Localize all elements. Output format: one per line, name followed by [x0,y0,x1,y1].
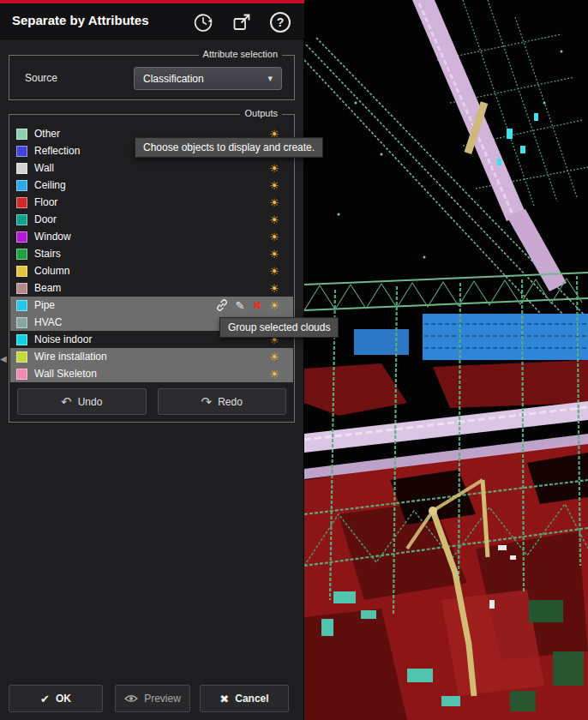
undo-label: Undo [78,396,103,408]
class-label: Column [34,265,69,277]
output-row-floor[interactable]: Floor☀ [10,194,293,211]
group-link-icon[interactable] [216,299,228,311]
class-color-swatch [16,351,27,363]
class-color-swatch [16,369,27,380]
visibility-bulb-icon[interactable]: ☀ [269,249,279,260]
visibility-bulb-icon[interactable]: ☀ [269,369,279,380]
output-row-column[interactable]: Column☀ [10,262,293,279]
class-label: Window [34,231,71,243]
outputs-list: Other☀Reflection☀Wall☀Ceiling☀Floor☀Door… [10,125,293,382]
class-label: Wall [34,162,54,174]
visibility-bulb-icon[interactable]: ☀ [269,163,279,174]
redo-button[interactable]: ↷ Redo [158,388,287,415]
class-color-swatch [16,214,27,225]
output-row-stairs[interactable]: Stairs☀ [10,245,293,262]
reset-button[interactable] [191,10,215,34]
reset-history-icon [193,12,213,33]
cancel-label: Cancel [235,693,268,705]
row-actions: ☀ [269,214,279,225]
attribute-selection-label: Attribute selection [199,49,282,59]
visibility-bulb-icon[interactable]: ☀ [269,214,279,225]
class-label: Beam [34,282,61,294]
row-actions: ☀ [269,249,279,260]
visibility-bulb-icon[interactable]: ☀ [269,180,279,191]
undo-icon: ↶ [61,395,72,408]
output-row-pipe[interactable]: Pipe✎✖☀ [10,297,293,314]
undo-redo-row: ↶ Undo ↷ Redo [17,388,286,415]
class-color-swatch [16,129,27,140]
row-actions: ☀ [269,180,279,191]
row-actions: ☀ [269,369,279,380]
row-actions: ☀ [269,197,279,208]
class-color-swatch [16,249,27,260]
redo-icon: ↷ [201,395,213,408]
delete-x-icon[interactable]: ✖ [252,300,261,311]
pointcloud-scene [304,0,588,720]
class-color-swatch [16,197,27,208]
dialog-title: Separate by Attributes [12,13,149,27]
separate-by-attributes-panel: Separate by Attributes ? Attribute selec… [0,0,304,720]
help-question-glyph: ? [277,15,285,29]
attribute-selection-groupbox: Attribute selection Source Classificatio… [9,55,295,100]
class-color-swatch [16,146,27,157]
outputs-label: Outputs [240,108,282,118]
preview-button[interactable]: Preview [115,685,190,712]
visibility-bulb-icon[interactable]: ☀ [269,283,279,294]
class-color-swatch [16,266,27,277]
preview-label: Preview [144,693,181,705]
class-label: Reflection [34,145,80,157]
help-button[interactable]: ? [268,10,292,34]
row-actions: ✎✖☀ [216,299,279,311]
popout-window-icon [231,12,252,33]
tooltip-group-clouds: Group selected clouds [219,317,339,338]
class-label: Floor [34,196,57,208]
class-color-swatch [16,163,27,174]
output-row-wall[interactable]: Wall☀ [10,159,293,177]
class-color-swatch [16,300,27,311]
class-label: Ceiling [34,179,66,191]
source-dropdown[interactable]: Classification ▾ [134,67,282,90]
class-color-swatch [16,231,27,243]
cancel-button[interactable]: ✖ Cancel [200,685,289,712]
class-color-swatch [16,180,27,191]
output-row-beam[interactable]: Beam☀ [10,279,293,297]
cancel-x-icon: ✖ [219,693,229,705]
help-icon: ? [270,12,291,33]
visibility-bulb-icon[interactable]: ☀ [269,300,279,311]
class-label: Noise indoor [34,333,92,345]
class-label: Wall Skeleton [34,368,97,380]
redo-label: Redo [218,396,243,408]
visibility-bulb-icon[interactable]: ☀ [269,351,279,363]
check-icon: ✔ [40,693,50,705]
source-dropdown-value: Classification [143,73,204,85]
class-label: Pipe [34,299,55,311]
viewport-3d[interactable] [304,0,588,720]
output-row-wall-skeleton[interactable]: Wall Skeleton☀ [10,365,293,382]
dialog-header: Separate by Attributes ? [0,3,304,39]
class-color-swatch [16,317,27,328]
class-label: HVAC [34,316,62,328]
class-color-swatch [16,283,27,294]
eye-icon [124,694,138,703]
visibility-bulb-icon[interactable]: ☀ [269,266,279,277]
undo-button[interactable]: ↶ Undo [17,388,147,415]
panel-collapse-arrow[interactable]: ◀ [0,354,7,363]
visibility-bulb-icon[interactable]: ☀ [269,231,279,243]
ok-button[interactable]: ✔ OK [9,685,103,712]
chevron-down-icon: ▾ [267,73,273,84]
ok-label: OK [56,693,71,705]
output-row-door[interactable]: Door☀ [10,211,293,228]
row-actions: ☀ [269,351,279,363]
popout-button[interactable] [230,10,254,34]
row-actions: ☀ [269,231,279,243]
class-color-swatch [16,334,27,345]
visibility-bulb-icon[interactable]: ☀ [269,197,279,208]
class-label: Other [34,128,60,140]
row-actions: ☀ [269,283,279,294]
output-row-ceiling[interactable]: Ceiling☀ [10,177,293,194]
output-row-wire-installation[interactable]: Wire installation☀ [10,348,293,365]
edit-pencil-icon[interactable]: ✎ [236,300,245,311]
outputs-groupbox: Outputs Other☀Reflection☀Wall☀Ceiling☀Fl… [9,114,295,423]
class-label: Door [34,213,57,225]
output-row-window[interactable]: Window☀ [10,228,293,245]
